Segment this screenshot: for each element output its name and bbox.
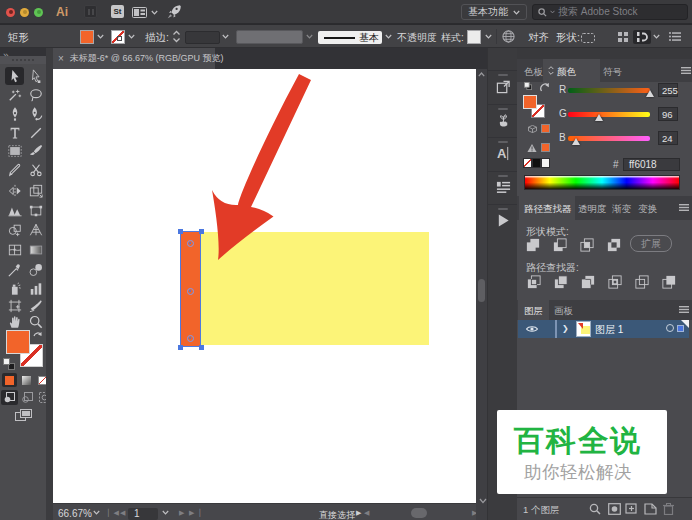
toolbar-grip[interactable] (0, 56, 46, 64)
swap-fill-stroke-icon[interactable] (540, 83, 551, 93)
scroll-down-icon[interactable] (479, 498, 487, 504)
curvature-tool[interactable] (26, 105, 45, 123)
opacity-label[interactable]: 不透明度 (397, 31, 437, 45)
expand-button[interactable]: 扩展 (630, 235, 672, 252)
visibility-eye-icon[interactable] (526, 325, 538, 333)
trim-button[interactable] (554, 275, 568, 289)
hand-tool[interactable] (5, 313, 24, 331)
chevron-down-icon[interactable] (222, 34, 229, 39)
chevron-down-icon[interactable] (485, 34, 492, 39)
type-tool[interactable] (5, 124, 24, 142)
live-corner-widget[interactable] (187, 240, 194, 247)
tab-color[interactable]: 颜色 (557, 66, 576, 79)
out-of-gamut-warning-icon[interactable] (527, 143, 537, 153)
white-chip[interactable] (541, 158, 550, 168)
vertical-scrollbar-thumb[interactable] (478, 279, 485, 302)
color-button[interactable] (2, 373, 17, 387)
next-artboard-icon[interactable]: ▶ (179, 509, 184, 517)
magic-wand-tool[interactable] (5, 86, 24, 104)
draw-behind-button[interactable] (19, 390, 36, 405)
selection-handle[interactable] (199, 345, 204, 350)
chevron-down-icon[interactable] (385, 34, 392, 39)
mesh-tool[interactable] (5, 241, 24, 259)
align-label[interactable]: 对齐 (528, 31, 549, 45)
zoom-window-button[interactable] (34, 8, 43, 17)
tab-layers[interactable]: 图层 (524, 305, 543, 318)
prev-artboard-icon[interactable]: ◀ (120, 509, 125, 517)
B-slider-track[interactable] (568, 136, 650, 141)
canvas-artboard[interactable] (53, 69, 476, 503)
live-corner-widget[interactable] (187, 335, 194, 342)
pencil-tool[interactable] (5, 161, 24, 179)
R-slider-handle[interactable] (646, 90, 654, 97)
hex-value-field[interactable]: ff6018 (623, 158, 680, 171)
scissors-tool[interactable] (26, 161, 45, 179)
gradient-button[interactable] (19, 373, 34, 387)
clipping-mask-icon[interactable] (608, 503, 621, 515)
chevron-down-icon[interactable] (151, 10, 158, 15)
column-graph-tool[interactable] (26, 280, 45, 298)
minus-back-button[interactable] (662, 275, 676, 289)
color-spectrum-bar[interactable] (524, 175, 680, 190)
scroll-up-icon[interactable] (478, 72, 485, 77)
selection-handle[interactable] (178, 229, 183, 234)
panel-menu-icon[interactable] (681, 67, 691, 74)
new-layer-icon[interactable] (644, 503, 657, 515)
layer-thumbnail[interactable] (576, 321, 591, 337)
R-slider-track[interactable] (568, 88, 650, 93)
dock-item-play[interactable] (488, 204, 518, 238)
chevron-down-icon[interactable] (653, 34, 660, 39)
horizontal-scrollbar-thumb[interactable] (411, 508, 427, 518)
document-setup-globe-icon[interactable] (502, 30, 515, 43)
intersect-button[interactable] (580, 238, 594, 252)
expand-layer-icon[interactable]: ❯ (562, 324, 569, 333)
unite-button[interactable] (526, 238, 540, 252)
fill-color-swatch[interactable] (80, 30, 94, 44)
minimize-window-button[interactable] (20, 8, 29, 17)
line-segment-tool[interactable] (26, 124, 45, 142)
red-arrow[interactable] (53, 69, 476, 503)
chevron-down-icon[interactable] (306, 34, 313, 39)
layer-target-icon[interactable] (666, 324, 674, 332)
default-fill-stroke-icon[interactable] (524, 82, 532, 90)
swap-fill-stroke-icon[interactable] (33, 332, 43, 342)
arrange-grid-icon[interactable] (618, 32, 628, 42)
perspective-grid-tool[interactable] (26, 221, 45, 239)
tab-transform[interactable]: 变换 (638, 203, 657, 216)
shape-builder-tool[interactable] (5, 221, 24, 239)
dock-item-paragraph[interactable] (488, 171, 518, 205)
web-color-chip[interactable] (541, 124, 550, 133)
style-swatch[interactable] (467, 30, 481, 44)
last-artboard-icon[interactable]: ▶▕ (189, 509, 200, 517)
fill-proxy-swatch[interactable] (523, 95, 537, 109)
pen-tool[interactable] (5, 105, 24, 123)
minus-front-button[interactable] (553, 238, 567, 252)
dock-item-plant-hand[interactable] (488, 104, 518, 138)
B-value-field[interactable]: 24 (658, 131, 678, 145)
gradient-tool[interactable] (26, 241, 45, 259)
screen-mode-icon[interactable] (15, 409, 32, 421)
search-adobe-stock-field[interactable]: 搜索 Adobe Stock (532, 4, 688, 20)
gpu-performance-icon[interactable] (132, 7, 147, 18)
chevron-down-icon[interactable] (162, 510, 169, 515)
default-fill-stroke-icon[interactable] (3, 358, 17, 372)
draw-normal-button[interactable] (1, 390, 18, 405)
divide-button[interactable] (527, 275, 541, 289)
chevron-down-icon[interactable] (93, 510, 100, 515)
puppet-warp-tool[interactable] (26, 202, 45, 220)
delete-layer-icon[interactable] (663, 503, 674, 515)
chevron-down-icon[interactable] (128, 34, 135, 39)
out-of-web-color-icon[interactable] (528, 125, 537, 133)
stock-icon[interactable]: St (111, 5, 124, 18)
reflect-tool[interactable] (5, 182, 24, 200)
G-value-field[interactable]: 96 (658, 107, 678, 121)
dock-item-character-a[interactable]: A (488, 137, 518, 171)
rectangle-tool[interactable] (5, 142, 24, 160)
rocket-icon[interactable] (167, 4, 181, 19)
tab-transparency[interactable]: 透明度 (578, 203, 607, 216)
selection-handle[interactable] (178, 345, 183, 350)
stroke-weight-stepper[interactable] (172, 30, 181, 43)
bridge-icon[interactable] (84, 5, 97, 18)
brush-definition-dropdown[interactable]: 基本 (318, 31, 382, 44)
direct-selection-tool[interactable] (26, 67, 45, 85)
